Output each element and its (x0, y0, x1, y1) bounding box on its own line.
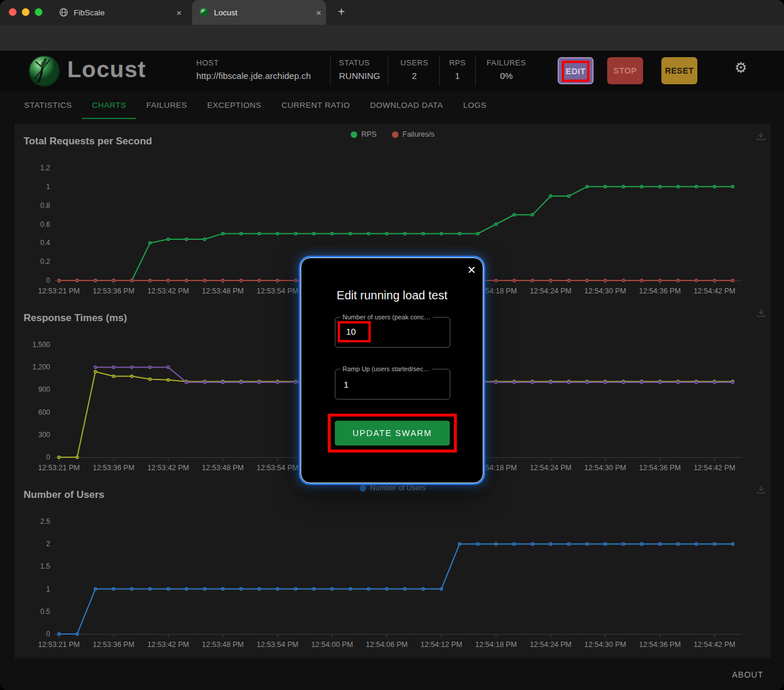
ramp-up-field: Ramp Up (users started/sec… (335, 369, 450, 400)
tab-statistics[interactable]: STATISTICS (14, 101, 82, 118)
svg-text:0.4: 0.4 (40, 239, 50, 247)
svg-text:12:53:48 PM: 12:53:48 PM (202, 464, 244, 472)
modal-title: Edit running load test (301, 289, 483, 302)
annotation-box-edit: EDIT (562, 61, 589, 82)
legend-label: Number of Users (370, 484, 426, 492)
locust-header: Locust HOST http://fibscale.jde.archidep… (0, 51, 784, 91)
rps-label: RPS (445, 58, 470, 67)
download-chart-icon[interactable] (756, 131, 766, 141)
divider (439, 55, 440, 86)
svg-text:12:54:18 PM: 12:54:18 PM (475, 641, 517, 649)
svg-text:12:54:06 PM: 12:54:06 PM (366, 641, 408, 649)
svg-text:0.6: 0.6 (40, 220, 50, 229)
svg-text:12:54:30 PM: 12:54:30 PM (584, 641, 626, 649)
download-chart-icon[interactable] (756, 484, 766, 495)
rps-block: RPS 1 (445, 58, 470, 81)
user-count-input[interactable] (346, 326, 366, 336)
svg-text:12:54:42 PM: 12:54:42 PM (694, 287, 736, 295)
svg-text:1: 1 (46, 585, 50, 593)
chart-legend: Number of Users (15, 484, 770, 492)
svg-text:600: 600 (38, 408, 50, 417)
minimize-window-button[interactable] (22, 8, 29, 16)
host-label: HOST (196, 58, 311, 67)
update-swarm-button[interactable]: UPDATE SWARM (335, 421, 450, 445)
divider (475, 55, 476, 86)
svg-text:12:54:24 PM: 12:54:24 PM (530, 287, 572, 295)
svg-text:12:53:36 PM: 12:53:36 PM (93, 287, 134, 295)
locust-nav: STATISTICS CHARTS FAILURES EXCEPTIONS CU… (0, 91, 784, 124)
legend-dot-icon (351, 131, 357, 138)
tab-strip: FibScale × Locust × + (0, 0, 784, 25)
svg-text:0: 0 (46, 453, 50, 461)
tab-download-data[interactable]: DOWNLOAD DATA (360, 101, 453, 118)
svg-text:0.5: 0.5 (40, 608, 50, 616)
reset-button[interactable]: RESET (661, 57, 697, 84)
tab-current-ratio[interactable]: CURRENT RATIO (272, 101, 360, 118)
brand-title[interactable]: Locust (67, 57, 146, 82)
ramp-up-input[interactable] (344, 379, 379, 389)
svg-text:2.5: 2.5 (40, 517, 50, 526)
tab-failures[interactable]: FAILURES (136, 101, 197, 118)
legend-label: Failures/s (403, 130, 434, 138)
svg-text:12:54:24 PM: 12:54:24 PM (530, 464, 572, 472)
new-tab-button[interactable]: + (334, 5, 349, 20)
legend-label: RPS (361, 130, 377, 138)
tab-logs[interactable]: LOGS (453, 101, 497, 118)
svg-text:12:53:21 PM: 12:53:21 PM (38, 287, 80, 295)
svg-text:12:54:36 PM: 12:54:36 PM (639, 287, 681, 295)
svg-text:0.8: 0.8 (40, 202, 50, 210)
svg-text:12:53:36 PM: 12:53:36 PM (93, 641, 134, 649)
svg-text:12:54:24 PM: 12:54:24 PM (530, 641, 572, 649)
svg-text:0: 0 (46, 630, 50, 638)
svg-text:12:53:36 PM: 12:53:36 PM (93, 464, 134, 472)
svg-text:1.5: 1.5 (40, 562, 50, 570)
svg-text:300: 300 (38, 431, 50, 439)
close-icon[interactable]: × (467, 262, 476, 278)
user-count-label: Number of users (peak conc… (340, 313, 433, 321)
svg-text:12:54:00 PM: 12:54:00 PM (311, 641, 353, 649)
failures-label: FAILURES (482, 58, 531, 67)
users-block: USERS 2 (396, 58, 433, 81)
svg-text:12:54:12 PM: 12:54:12 PM (420, 641, 462, 649)
svg-text:12:54:36 PM: 12:54:36 PM (639, 464, 681, 472)
close-tab-icon[interactable]: × (172, 6, 186, 19)
number-of-users-chart: 00.511.522.512:53:21 PM12:53:36 PM12:53:… (15, 477, 770, 654)
status-value: RUNNING (339, 71, 380, 81)
legend-item[interactable]: RPS (351, 130, 377, 138)
svg-text:0: 0 (46, 276, 50, 285)
download-chart-icon[interactable] (756, 308, 766, 318)
users-label: USERS (396, 58, 433, 67)
ramp-up-label: Ramp Up (users started/sec… (340, 365, 432, 372)
svg-text:12:53:54 PM: 12:53:54 PM (256, 287, 298, 295)
divider (388, 55, 388, 86)
chart-title: Response Times (ms) (24, 312, 127, 324)
failures-value: 0% (482, 71, 531, 81)
svg-text:12:53:42 PM: 12:53:42 PM (147, 287, 189, 295)
svg-text:12:54:30 PM: 12:54:30 PM (584, 287, 626, 295)
annotation-box-user-count (338, 321, 371, 342)
chart-plot: 00.511.522.512:53:21 PM12:53:36 PM12:53:… (15, 477, 770, 656)
stop-button[interactable]: STOP (607, 57, 643, 84)
edit-button[interactable]: EDIT (558, 57, 594, 84)
browser-window: FibScale × Locust × + ← → ↻ (0, 0, 784, 690)
divider (330, 55, 331, 86)
legend-item[interactable]: Number of Users (360, 484, 426, 492)
about-link[interactable]: ABOUT (732, 670, 763, 679)
tab-charts[interactable]: CHARTS (82, 101, 136, 119)
svg-text:12:54:42 PM: 12:54:42 PM (694, 641, 736, 649)
svg-text:12:54:36 PM: 12:54:36 PM (639, 641, 681, 649)
svg-text:12:53:42 PM: 12:53:42 PM (147, 464, 189, 472)
close-tab-icon[interactable]: × (311, 6, 326, 19)
gear-icon[interactable]: ⚙ (734, 60, 747, 76)
chart-legend: RPSFailures/s (15, 130, 770, 138)
svg-text:1,200: 1,200 (32, 363, 50, 371)
svg-text:1,500: 1,500 (32, 341, 50, 349)
users-value: 2 (396, 71, 433, 81)
tab-fibscale[interactable]: FibScale × (52, 0, 186, 25)
user-count-field: Number of users (peak conc… (335, 317, 450, 348)
zoom-window-button[interactable] (35, 8, 42, 16)
close-window-button[interactable] (9, 8, 17, 16)
tab-exceptions[interactable]: EXCEPTIONS (197, 101, 272, 118)
tab-locust[interactable]: Locust × (192, 0, 326, 25)
legend-item[interactable]: Failures/s (392, 130, 434, 138)
